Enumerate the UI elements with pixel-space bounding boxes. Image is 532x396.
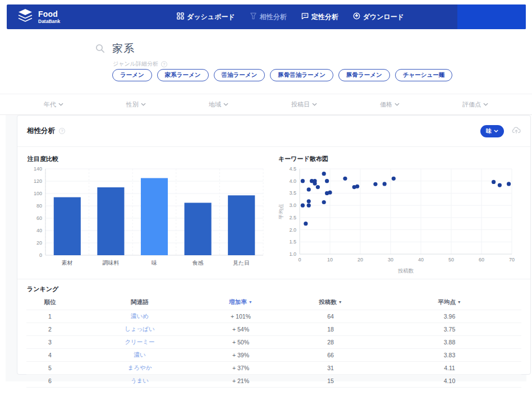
- filter-gender[interactable]: 性別: [126, 100, 146, 109]
- col-header-rank: 順位: [26, 298, 74, 306]
- chevron-down-icon: [494, 130, 498, 132]
- svg-text:3.5: 3.5: [289, 190, 296, 196]
- ranking-title: ランキング: [27, 285, 530, 293]
- nav-item-label: 相性分析: [260, 12, 287, 22]
- filter-label: 年代: [44, 100, 56, 109]
- svg-text:60: 60: [479, 257, 484, 263]
- brand-logo[interactable]: Food DataBank: [17, 8, 60, 26]
- filter-price[interactable]: 価格: [380, 100, 400, 109]
- chevron-down-icon: [58, 103, 63, 106]
- growth-cell: + 101%: [206, 313, 276, 320]
- rank-cell: 4: [26, 352, 74, 358]
- nav-item-compatibility[interactable]: 相性分析: [250, 12, 287, 22]
- dashboard-grid-icon: [177, 12, 184, 21]
- search-input[interactable]: 家系: [112, 42, 135, 56]
- filter-rating[interactable]: 評価点: [462, 100, 488, 109]
- filter-age[interactable]: 年代: [44, 100, 63, 109]
- brand-text: Food DataBank: [38, 10, 60, 24]
- search-icon: [95, 44, 105, 56]
- nav-item-qualitative[interactable]: 定性分析: [301, 12, 338, 22]
- genre-tag[interactable]: ラーメン: [112, 69, 152, 81]
- keyword-scatter-chart: 0102030405060701.01.52.02.53.03.54.04.5投…: [277, 164, 520, 277]
- genre-tag[interactable]: 家系ラーメン: [157, 69, 209, 81]
- posts-cell: 18: [276, 326, 386, 333]
- svg-text:20: 20: [36, 240, 42, 246]
- svg-text:4.0: 4.0: [289, 178, 296, 184]
- table-row: 4 濃い + 39% 66 3.83: [26, 348, 521, 361]
- chevron-down-icon: [483, 103, 488, 106]
- filter-label: 地域: [209, 100, 221, 109]
- score-cell: 3.83: [386, 352, 513, 358]
- filter-label: 性別: [126, 100, 139, 109]
- rank-cell: 2: [26, 326, 74, 333]
- brand-line1: Food: [38, 10, 60, 18]
- brand-line2: DataBank: [38, 19, 60, 24]
- download-icon: [353, 12, 360, 21]
- word-cell[interactable]: 濃いめ: [74, 312, 206, 320]
- chevron-down-icon: [395, 103, 400, 106]
- panel-help-icon[interactable]: ?: [59, 128, 65, 134]
- genre-tag-row: ラーメン 家系ラーメン 醤油ラーメン 豚骨醤油ラーメン 豚骨ラーメン チャーシュ…: [112, 69, 452, 81]
- svg-text:0: 0: [298, 257, 301, 263]
- growth-cell: + 39%: [206, 352, 276, 358]
- genre-tag[interactable]: 醤油ラーメン: [214, 69, 265, 81]
- metric-select[interactable]: 味: [480, 125, 504, 137]
- chevron-down-icon: [312, 103, 317, 106]
- attention-bar-chart-block: 注目度比較 020406080100120140素材調味料味食感見た目: [23, 150, 274, 277]
- layers-logo-icon: [17, 8, 34, 26]
- panel-title: 相性分析: [27, 126, 55, 136]
- svg-text:調味料: 調味料: [102, 260, 119, 266]
- chat-bubble-icon: [301, 12, 309, 21]
- svg-text:140: 140: [34, 166, 42, 172]
- score-cell: 4.11: [386, 365, 513, 371]
- svg-text:10: 10: [327, 257, 333, 263]
- ranking-table-body: 1 濃いめ + 101% 64 3.96 2 しょっぱい + 54% 18 3.…: [26, 310, 521, 388]
- col-header-growth[interactable]: 増加率▼: [206, 298, 276, 306]
- svg-text:60: 60: [36, 215, 42, 221]
- top-navbar: Food DataBank ダッシュボード 相性分析: [7, 4, 526, 29]
- svg-text:40: 40: [418, 257, 424, 263]
- svg-text:20: 20: [357, 257, 363, 263]
- table-row: 6 うまい + 21% 15 4.10: [26, 374, 521, 388]
- word-cell[interactable]: クリーミー: [74, 338, 206, 346]
- attention-bar-chart: 020406080100120140素材調味料味食感見た目: [26, 164, 269, 270]
- svg-text:30: 30: [388, 257, 393, 263]
- nav-item-download[interactable]: ダウンロード: [353, 12, 404, 22]
- rank-cell: 5: [26, 365, 74, 371]
- nav-item-label: ダッシュボード: [187, 12, 235, 22]
- svg-text:70: 70: [509, 257, 515, 263]
- table-row: 5 まろやか + 37% 31 4.11: [26, 361, 521, 374]
- genre-tag[interactable]: 豚骨ラーメン: [338, 69, 390, 81]
- word-cell[interactable]: まろやか: [74, 364, 206, 372]
- filter-region[interactable]: 地域: [209, 100, 228, 109]
- svg-text:120: 120: [34, 178, 42, 184]
- filter-label: 投稿日: [291, 100, 310, 109]
- charts-row: 注目度比較 020406080100120140素材調味料味食感見た目 キーワー…: [17, 147, 530, 277]
- svg-text:1.0: 1.0: [289, 251, 296, 257]
- nav-item-dashboard[interactable]: ダッシュボード: [177, 12, 235, 22]
- svg-text:1.5: 1.5: [289, 239, 296, 245]
- word-cell[interactable]: うまい: [74, 377, 206, 385]
- posts-cell: 28: [276, 339, 386, 346]
- posts-cell: 15: [276, 377, 386, 384]
- posts-cell: 66: [276, 352, 386, 358]
- main-nav: ダッシュボード 相性分析 定性分析: [177, 12, 404, 22]
- keyword-scatter-block: キーワード散布図 0102030405060701.01.52.02.53.03…: [274, 150, 525, 277]
- score-cell: 4.10: [386, 377, 513, 384]
- panel-header: 相性分析 ? 味: [17, 116, 530, 147]
- growth-cell: + 21%: [206, 377, 276, 384]
- genre-tag[interactable]: チャーシュー麺: [395, 69, 452, 81]
- word-cell[interactable]: 濃い: [74, 351, 206, 359]
- genre-tag[interactable]: 豚骨醤油ラーメン: [270, 69, 333, 81]
- compatibility-panel: 相性分析 ? 味 注目度比較 020406080100120140素材調味料味食…: [17, 115, 531, 375]
- growth-cell: + 37%: [206, 365, 276, 371]
- genre-help-icon[interactable]: ?: [161, 61, 167, 67]
- posts-cell: 31: [276, 365, 386, 371]
- filter-post-date[interactable]: 投稿日: [291, 100, 317, 109]
- word-cell[interactable]: しょっぱい: [74, 325, 206, 333]
- rank-cell: 6: [26, 377, 74, 384]
- export-upload-icon[interactable]: [512, 126, 521, 136]
- col-header-score[interactable]: 平均点▼: [386, 298, 513, 306]
- col-header-posts[interactable]: 投稿数▼: [276, 298, 386, 306]
- ranking-table: 順位 関連語 増加率▼ 投稿数▼ 平均点▼ 1 濃いめ + 101% 64 3.…: [26, 294, 521, 388]
